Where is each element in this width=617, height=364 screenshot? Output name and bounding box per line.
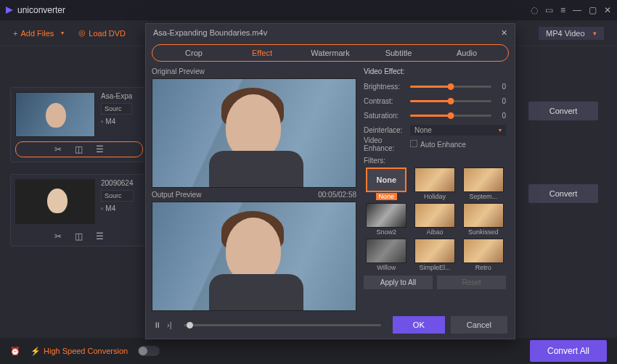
play-controls: ⏸ ›| xyxy=(153,320,172,329)
cut-icon[interactable]: ✂ xyxy=(54,144,62,154)
output-format-value: MP4 Video xyxy=(546,29,585,38)
chat-icon[interactable]: ▭ xyxy=(545,5,553,15)
high-speed-label: High Speed Conversion xyxy=(44,347,128,355)
filter-label: Septem... xyxy=(469,193,497,200)
crop-icon[interactable]: ◫ xyxy=(75,231,83,241)
filter-item[interactable]: Retro xyxy=(460,239,506,271)
file-card[interactable]: 20090624 Sourc ▫ M4 ✂ ◫ ☰ xyxy=(10,174,148,247)
output-format-select[interactable]: MP4 Video ▾ xyxy=(539,27,604,40)
brightness-value: 0 xyxy=(496,83,506,91)
clock-icon[interactable]: ⏰ xyxy=(10,347,20,356)
filter-label: Snow2 xyxy=(377,228,397,236)
filter-item[interactable]: Aibao xyxy=(412,203,458,236)
original-preview-label: Original Preview xyxy=(152,67,205,75)
brand-icon xyxy=(6,7,13,14)
auto-enhance-checkbox[interactable]: Auto Enhance xyxy=(410,140,466,149)
filter-item[interactable]: Septem... xyxy=(460,167,506,200)
dialog-tabs: Crop Effect Watermark Subtitle Audio xyxy=(152,44,509,62)
apply-to-all-button[interactable]: Apply to All xyxy=(364,276,433,289)
file-source: Sourc xyxy=(101,103,132,115)
previews: Original Preview Output Preview00:05/02:… xyxy=(152,66,356,311)
tab-effect[interactable]: Effect xyxy=(228,45,296,61)
effect-icon[interactable]: ☰ xyxy=(96,231,104,241)
filter-label: Willow xyxy=(377,264,396,271)
bolt-icon: ⚡ xyxy=(30,347,41,356)
titlebar: uniconverter ◌ ▭ ≡ — ▢ ✕ xyxy=(0,0,617,20)
minimize-icon[interactable]: — xyxy=(573,5,581,15)
brightness-slider[interactable] xyxy=(410,86,491,88)
preview-timecode: 00:05/02:58 xyxy=(318,191,356,199)
effect-icon[interactable]: ☰ xyxy=(96,144,104,154)
filters-section: Filters: NoneNone Holiday Septem... Snow… xyxy=(364,157,506,271)
cancel-button[interactable]: Cancel xyxy=(451,316,507,334)
effect-panel: Video Effect: Brightness: 0 Contrast: 0 … xyxy=(361,66,509,311)
contrast-label: Contrast: xyxy=(364,97,406,105)
filter-label: Retro xyxy=(475,264,491,271)
load-dvd-button[interactable]: ◎ Load DVD xyxy=(78,28,126,38)
filter-item[interactable]: Sunkissed xyxy=(460,203,506,236)
tab-subtitle[interactable]: Subtitle xyxy=(364,45,433,61)
saturation-slider[interactable] xyxy=(410,115,491,117)
user-icon[interactable]: ◌ xyxy=(531,5,538,15)
chevron-down-icon: ▾ xyxy=(593,30,597,37)
add-files-button[interactable]: + Add Files ▾ xyxy=(13,29,64,38)
output-preview xyxy=(152,202,356,311)
maximize-icon[interactable]: ▢ xyxy=(589,5,597,15)
filter-item[interactable]: SimpleEl... xyxy=(412,239,458,271)
filter-item[interactable]: Holiday xyxy=(412,167,458,200)
video-enhance-label: Video Enhance: xyxy=(364,136,406,152)
filter-item[interactable]: Willow xyxy=(364,239,409,271)
load-dvd-label: Load DVD xyxy=(89,29,126,38)
deinterlace-select[interactable]: None▾ xyxy=(410,125,506,136)
play-pause-icon[interactable]: ⏸ xyxy=(153,320,161,329)
filter-label: SimpleEl... xyxy=(419,264,450,271)
playback-progress[interactable] xyxy=(184,324,381,326)
crop-icon[interactable]: ◫ xyxy=(75,144,83,154)
saturation-value: 0 xyxy=(496,112,506,120)
original-preview xyxy=(152,78,356,188)
title-actions: ◌ ▭ ≡ — ▢ ✕ xyxy=(531,5,611,15)
filter-label: Holiday xyxy=(424,193,446,200)
deinterlace-label: Deinterlace: xyxy=(364,126,406,134)
saturation-label: Saturation: xyxy=(364,112,406,120)
ok-button[interactable]: OK xyxy=(393,316,445,334)
close-icon[interactable]: ✕ xyxy=(604,5,611,15)
output-preview-label: Output Preview xyxy=(152,191,201,199)
file-card[interactable]: Asa-Expa Sourc ▫ M4 ✂ ◫ ☰ xyxy=(10,87,148,162)
dialog-header: Asa-Expanding Boundaries.m4v ✕ xyxy=(146,24,515,41)
edit-tools-row: ✂ ◫ ☰ xyxy=(15,228,143,241)
bottombar: ⏰ ⚡ High Speed Conversion Convert All xyxy=(0,338,617,364)
dvd-icon: ◎ xyxy=(78,28,86,38)
convert-button[interactable]: Convert xyxy=(528,102,598,120)
contrast-value: 0 xyxy=(496,97,506,105)
add-files-label: Add Files xyxy=(20,29,54,38)
tab-crop[interactable]: Crop xyxy=(160,45,228,61)
video-effect-label: Video Effect: xyxy=(364,67,506,75)
file-format: ▫ M4 xyxy=(101,117,132,125)
tab-watermark[interactable]: Watermark xyxy=(296,45,364,61)
cut-icon[interactable]: ✂ xyxy=(54,231,62,241)
close-icon[interactable]: ✕ xyxy=(501,28,507,38)
plus-icon: + xyxy=(13,29,17,38)
dialog-title: Asa-Expanding Boundaries.m4v xyxy=(153,28,267,37)
filter-item[interactable]: Snow2 xyxy=(364,203,409,236)
high-speed-toggle[interactable]: ⚡ High Speed Conversion xyxy=(30,347,128,356)
dialog-footer: ⏸ ›| OK Cancel xyxy=(146,311,515,339)
convert-button[interactable]: Convert xyxy=(528,184,598,203)
tab-audio[interactable]: Audio xyxy=(433,45,501,61)
filter-label: None xyxy=(376,193,398,200)
brightness-label: Brightness: xyxy=(364,83,406,91)
reset-button[interactable]: Reset xyxy=(437,276,506,289)
filter-item[interactable]: NoneNone xyxy=(364,167,409,200)
file-name: 20090624 xyxy=(101,179,134,187)
convert-all-button[interactable]: Convert All xyxy=(530,340,607,362)
high-speed-switch[interactable] xyxy=(138,346,160,356)
contrast-slider[interactable] xyxy=(410,100,491,102)
file-name: Asa-Expa xyxy=(101,92,132,100)
next-frame-icon[interactable]: ›| xyxy=(167,320,172,329)
filters-label: Filters: xyxy=(364,157,506,165)
file-source: Sourc xyxy=(101,190,134,202)
brand: uniconverter xyxy=(6,5,65,15)
file-thumb xyxy=(15,179,95,224)
menu-icon[interactable]: ≡ xyxy=(560,5,565,15)
